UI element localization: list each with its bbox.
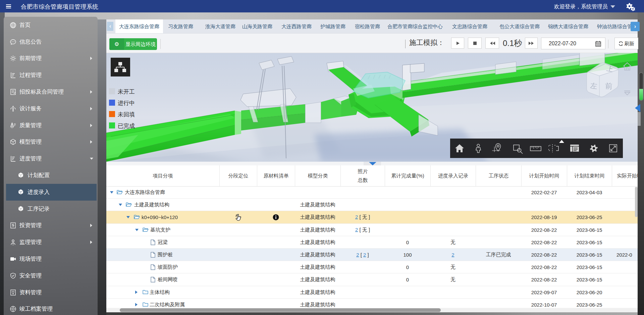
svg-text:进行中: 进行中 (118, 100, 135, 106)
svg-text:前: 前 (605, 82, 612, 90)
svg-text:未开工: 未开工 (118, 89, 135, 95)
svg-text:左: 左 (590, 82, 598, 90)
svg-text:未回填: 未回填 (118, 111, 135, 118)
svg-text:已完成: 已完成 (118, 123, 135, 129)
